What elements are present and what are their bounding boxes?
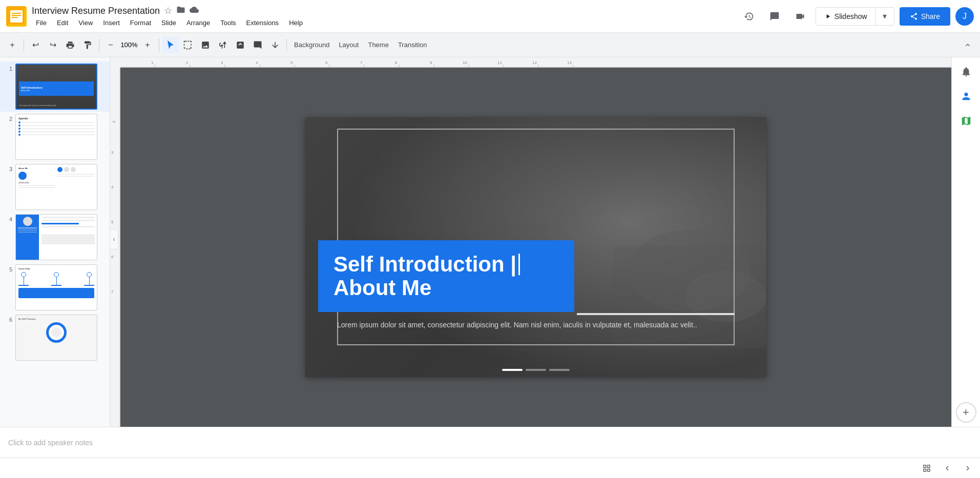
- paint-format-btn[interactable]: [79, 37, 96, 53]
- svg-rect-2: [12, 13, 21, 14]
- svg-text:11: 11: [497, 60, 502, 65]
- collapse-panel-btn[interactable]: [939, 460, 955, 476]
- add-plugin-btn[interactable]: +: [956, 402, 976, 423]
- zoom-in-btn[interactable]: +: [139, 37, 156, 53]
- star-icon[interactable]: ☆: [164, 5, 172, 16]
- slide-number-6: 6: [4, 317, 12, 323]
- bottom-area: Click to add speaker notes: [0, 427, 980, 478]
- grid-view-btn[interactable]: [919, 460, 935, 476]
- menu-item-format[interactable]: Format: [126, 18, 155, 28]
- print-btn[interactable]: [62, 37, 78, 53]
- svg-text:4: 4: [111, 185, 114, 190]
- slide-title-line1: Self Introduction |: [333, 253, 559, 276]
- speaker-notes[interactable]: Click to add speaker notes: [0, 427, 980, 458]
- share-button[interactable]: Share: [900, 7, 950, 26]
- page-dot-1: [502, 369, 523, 371]
- menu-item-slide[interactable]: Slide: [157, 18, 180, 28]
- menu-item-arrange[interactable]: Arrange: [182, 18, 214, 28]
- slide-item-3[interactable]: 3 About Me JOHN DOE: [0, 162, 110, 212]
- cursor-btn[interactable]: [162, 37, 179, 53]
- page-dot-3: [549, 369, 570, 371]
- slide-item-6[interactable]: 6 My SWOT Analysis: [0, 313, 110, 363]
- slide-canvas[interactable]: Self Introduction | About Me Lorem ipsum…: [305, 117, 766, 377]
- slideshow-dropdown-btn[interactable]: ▾: [876, 7, 894, 26]
- menu-item-edit[interactable]: Edit: [53, 18, 72, 28]
- slide-blue-banner[interactable]: Self Introduction | About Me: [318, 240, 574, 312]
- slide-canvas-wrapper: Self Introduction | About Me Lorem ipsum…: [120, 68, 951, 427]
- main-content: 1 Self Introduction | About Me Lorem ips…: [0, 57, 980, 427]
- svg-text:2: 2: [112, 120, 116, 123]
- slide-item-2[interactable]: 2 Agenda: [0, 112, 110, 162]
- redo-btn[interactable]: ↪: [45, 37, 61, 53]
- menu-item-tools[interactable]: Tools: [216, 18, 240, 28]
- layout-btn[interactable]: Layout: [335, 37, 363, 53]
- user-avatar[interactable]: J: [955, 7, 974, 26]
- toolbar: + ↩ ↪ − 100% + Background Layout Theme: [0, 33, 980, 57]
- doc-title[interactable]: Interview Resume Presentation: [32, 6, 160, 16]
- collapse-toolbar-btn[interactable]: [960, 37, 976, 53]
- slideshow-button[interactable]: Slideshow: [816, 7, 876, 26]
- slide-number-2: 2: [4, 116, 12, 122]
- slide-thumbnail-1: Self Introduction | About Me Lorem ipsum…: [15, 64, 97, 110]
- insert-image-btn[interactable]: [197, 37, 214, 53]
- slide-item-1[interactable]: 1 Self Introduction | About Me Lorem ips…: [0, 61, 110, 112]
- folder-icon[interactable]: [176, 5, 185, 17]
- undo-btn[interactable]: ↩: [27, 37, 44, 53]
- svg-rect-42: [613, 245, 766, 348]
- menu-item-insert[interactable]: Insert: [99, 18, 124, 28]
- slide-thumbnail-5: Career Path: [15, 264, 97, 310]
- slide-title-line2: About Me: [333, 276, 559, 300]
- meet-btn[interactable]: [790, 6, 810, 27]
- svg-text:7: 7: [360, 60, 363, 65]
- svg-text:9: 9: [430, 60, 432, 65]
- theme-btn[interactable]: Theme: [364, 37, 392, 53]
- expand-panel-btn[interactable]: [960, 460, 976, 476]
- right-panel: +: [951, 57, 980, 427]
- ruler-corner: [110, 57, 120, 68]
- zoom-out-btn[interactable]: −: [102, 37, 119, 53]
- sidebar-collapse-btn[interactable]: ‹: [110, 229, 118, 250]
- transition-btn[interactable]: Transition: [394, 37, 431, 53]
- svg-text:6: 6: [111, 255, 114, 259]
- new-slide-btn[interactable]: +: [4, 37, 20, 53]
- svg-text:6: 6: [325, 60, 328, 65]
- svg-text:8: 8: [395, 60, 398, 65]
- slide-lorem-text[interactable]: Lorem ipsum dolor sit amet, consectetur …: [337, 320, 735, 330]
- menu-item-help[interactable]: Help: [285, 18, 307, 28]
- slide-item-4[interactable]: 4: [0, 212, 110, 262]
- select-btn[interactable]: [180, 37, 196, 53]
- svg-text:5: 5: [111, 220, 114, 224]
- background-btn[interactable]: Background: [290, 37, 333, 53]
- svg-text:3: 3: [111, 150, 114, 155]
- separator-3: [159, 39, 159, 51]
- insert-line-btn[interactable]: [232, 37, 248, 53]
- insert-comment-btn[interactable]: [249, 37, 266, 53]
- google-slides-logo[interactable]: [6, 6, 27, 27]
- menu-item-view[interactable]: View: [74, 18, 97, 28]
- separator-1: [24, 39, 24, 51]
- insert-shape-btn[interactable]: [215, 37, 231, 53]
- expand-toolbar-btn[interactable]: [267, 37, 283, 53]
- collaborators-icon[interactable]: [956, 86, 976, 107]
- page-dot-2: [526, 369, 546, 371]
- comments-btn[interactable]: [764, 6, 785, 27]
- zoom-value[interactable]: 100%: [120, 41, 138, 49]
- svg-text:10: 10: [463, 60, 467, 65]
- maps-icon[interactable]: [956, 111, 976, 131]
- header-right: Slideshow ▾ Share J: [739, 6, 974, 27]
- slide-number-5: 5: [4, 266, 12, 273]
- svg-text:1: 1: [151, 60, 154, 65]
- cloud-sync-icon[interactable]: [190, 5, 199, 17]
- menu-item-extensions[interactable]: Extensions: [242, 18, 283, 28]
- slide-number-3: 3: [4, 166, 12, 172]
- slide-thumbnail-4: [15, 214, 97, 260]
- version-history-btn[interactable]: [739, 6, 759, 27]
- svg-text:7: 7: [111, 289, 114, 294]
- slides-panel: 1 Self Introduction | About Me Lorem ips…: [0, 57, 110, 427]
- svg-rect-4: [12, 17, 18, 18]
- svg-text:13: 13: [567, 60, 572, 65]
- slide-item-5[interactable]: 5 Career Path: [0, 262, 110, 313]
- slideshow-group: Slideshow ▾: [816, 7, 894, 26]
- notifications-icon[interactable]: [956, 61, 976, 82]
- menu-item-file[interactable]: File: [32, 18, 51, 28]
